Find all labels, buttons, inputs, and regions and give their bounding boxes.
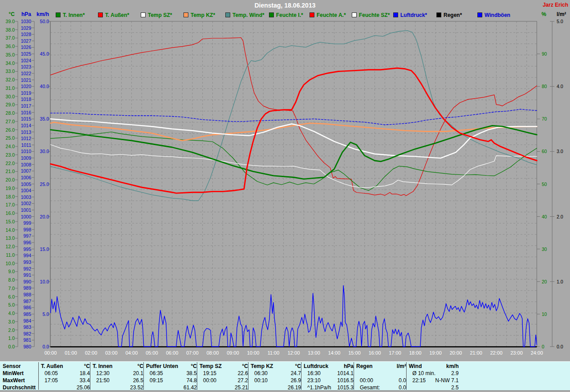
axis-label: 985	[23, 311, 31, 317]
axis-label: 984	[23, 318, 31, 323]
legend-swatch	[477, 12, 482, 17]
table-cell: 26.9	[254, 377, 301, 384]
axis-label: 80	[542, 84, 547, 89]
axis-label: 70	[542, 116, 547, 121]
legend-label: Feuchte SZ*	[359, 12, 390, 18]
table-cell: 20.1	[96, 370, 143, 377]
series-windboeen	[51, 286, 537, 347]
legend-item-feuchte-a: Feuchte A.*	[309, 11, 346, 17]
table-cell: 26.19	[254, 384, 301, 391]
legend-swatch	[98, 12, 103, 17]
axis-label: 50.0	[40, 19, 49, 24]
table-cell: °C	[93, 363, 143, 370]
axis-label: 45.0	[40, 51, 49, 57]
axis-label: 18:00	[409, 350, 422, 356]
plot-frame	[50, 21, 537, 347]
axis-label: 22:00	[490, 350, 503, 356]
table-cell: 22.6	[203, 370, 248, 377]
axis-label: 02:00	[85, 350, 98, 356]
axis-label: 14:00	[328, 350, 341, 356]
table-cell: MinWert	[3, 370, 24, 377]
axis-label: 1012	[21, 136, 32, 141]
weather-chart[interactable]: 0.01.02.03.04.05.06.07.08.09.010.011.012…	[0, 0, 570, 361]
axis-label: 1013	[21, 129, 32, 135]
axis-label: 1010	[21, 149, 32, 154]
axis-label: 1011	[21, 142, 31, 148]
legend-swatch	[393, 12, 398, 17]
time-axis: 00:0001:0002:0003:0004:0005:0006:0007:00…	[45, 350, 543, 356]
legend-item-t-innen: T. Innen*	[56, 11, 85, 17]
legend-item-regen: Regen*	[436, 11, 462, 17]
axis-label: 25.0	[40, 182, 49, 187]
axis-label: 1022	[21, 71, 32, 76]
axis-label: 1016	[21, 110, 32, 115]
axis-label: 05:00	[146, 350, 158, 356]
axis-label: 33.0	[6, 69, 15, 74]
legend-bar: T. Innen*T. Außen*Temp SZ*Temp KZ*Temp. …	[0, 10, 570, 19]
axis-label: 993	[23, 259, 31, 265]
legend-label: Temp. Wind*	[232, 12, 265, 18]
table-divider	[406, 362, 407, 390]
axis-label: 19.0	[6, 186, 15, 191]
axis-label: 16:00	[369, 350, 381, 356]
axis-label: 986	[23, 305, 31, 310]
axis-label: 999	[23, 220, 31, 226]
table-cell: 0.0	[360, 377, 406, 384]
table-divider	[143, 362, 144, 390]
legend-item-temp-wind: Temp. Wind*	[225, 11, 265, 17]
axis-label: 35.0	[6, 52, 15, 57]
axis-label: 09:00	[227, 350, 239, 356]
axis-label: 35.0	[40, 116, 49, 121]
axis-label: 1007	[21, 168, 32, 174]
axis-label: 3.0	[8, 319, 15, 324]
table-cell: l/m²	[356, 363, 406, 370]
axis-label: 1018	[21, 97, 32, 102]
axis-label: 11.0	[6, 252, 15, 258]
axis-label: 994	[23, 253, 31, 258]
legend-item-t-au-en: T. Außen*	[98, 11, 129, 17]
axis-label: 1027	[21, 38, 32, 44]
legend-item-feuchte-i: Feuchte I.*	[269, 11, 303, 17]
axis-label: 992	[23, 266, 31, 271]
table-cell: °C	[41, 363, 90, 370]
hpa-axis: 9809819829839849859869879889899909919929…	[21, 19, 34, 349]
axis-label: 21.0	[6, 169, 15, 174]
table-cell: °C	[146, 363, 197, 370]
axis-label: 1008	[21, 162, 32, 167]
table-cell: 25.06	[45, 384, 90, 391]
axis-label: 982	[23, 331, 31, 336]
axis-label: 9.0	[8, 269, 15, 274]
axis-label: 06:00	[166, 350, 179, 356]
axis-label: 1015	[21, 116, 32, 121]
axis-label: 03:00	[105, 350, 118, 356]
axis-label: 40	[542, 214, 547, 219]
axis-label: 996	[23, 240, 31, 245]
table-cell: 1015.3	[307, 384, 354, 391]
table-cell: MaxWert	[3, 377, 25, 384]
axis-label: 1019	[21, 90, 32, 96]
axis-label: 3.0	[557, 149, 563, 154]
legend-swatch	[436, 12, 441, 17]
axis-label: 2.0	[8, 327, 15, 333]
axis-label: 1002	[21, 201, 32, 206]
axis-label: 24:00	[531, 350, 543, 356]
table-divider	[38, 362, 39, 390]
axis-label: 5.0	[42, 311, 49, 317]
axis-label: 0.0	[557, 344, 563, 349]
gridlines	[50, 21, 537, 347]
axis-label: 30.0	[40, 149, 49, 154]
axis-label: 08:00	[207, 350, 219, 356]
table-cell: 0.0	[360, 384, 406, 391]
axis-label: 40.0	[40, 84, 49, 89]
legend-swatch	[225, 12, 230, 17]
legend-label: T. Außen*	[105, 12, 129, 18]
table-cell: °C	[251, 363, 301, 370]
table-cell: Durchschnitt	[3, 384, 36, 391]
percent-axis: 0102030405060708090	[537, 51, 547, 349]
axis-label: 0.0	[42, 344, 49, 349]
legend-item-windb-en: Windböen	[477, 11, 510, 17]
axis-label: 1004	[21, 188, 32, 193]
legend-item-feuchte-sz: Feuchte SZ*	[352, 11, 390, 17]
axis-label: 980	[23, 344, 31, 349]
axis-label: 989	[23, 285, 31, 291]
